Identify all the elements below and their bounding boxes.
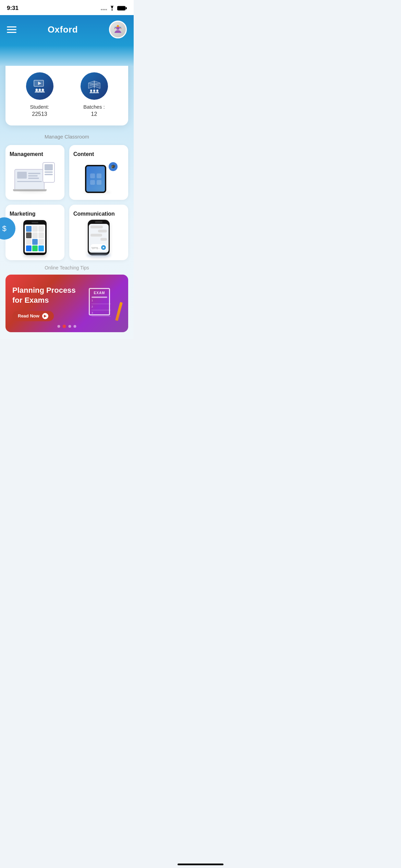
- batches-icon: [86, 77, 103, 95]
- communication-illustration: typing... ▶: [73, 220, 124, 255]
- student-icon: [31, 77, 48, 95]
- svg-point-0: [101, 9, 102, 10]
- svg-point-3: [106, 9, 107, 10]
- communication-title: Communication: [73, 211, 115, 217]
- read-now-label: Read Now: [18, 313, 39, 318]
- svg-rect-6: [118, 7, 125, 10]
- content-illustration: 🎓: [73, 160, 124, 195]
- manage-grid-row-1: Management: [5, 145, 128, 200]
- carousel-banner: Planning Process for Exams Read Now ▶ EX…: [5, 275, 128, 332]
- communication-card[interactable]: Communication typing... ▶: [69, 205, 128, 260]
- batches-icon-circle: [81, 72, 108, 100]
- management-title: Management: [10, 151, 43, 157]
- status-bar: 9:31: [0, 0, 134, 15]
- carousel-dot-4[interactable]: [74, 325, 76, 328]
- banner-title: Planning Process for Exams: [12, 286, 84, 305]
- battery-icon: [117, 6, 127, 11]
- batches-stat[interactable]: Batches : 12: [81, 72, 108, 117]
- carousel-dot-2[interactable]: [63, 325, 66, 328]
- exam-text: EXAM: [92, 291, 107, 295]
- marketing-title: Marketing: [10, 211, 36, 217]
- management-card[interactable]: Management: [5, 145, 64, 200]
- content-card[interactable]: Content: [69, 145, 128, 200]
- carousel-dot-1[interactable]: [58, 325, 60, 328]
- hamburger-menu[interactable]: [7, 26, 16, 33]
- svg-point-2: [104, 9, 106, 10]
- main-content: My Classroom: [0, 49, 134, 339]
- batches-label: Batches :: [83, 104, 105, 110]
- management-illustration: [10, 160, 60, 195]
- batches-value: 12: [91, 111, 97, 117]
- svg-point-4: [112, 10, 113, 11]
- status-icons: [101, 6, 127, 11]
- marketing-illustration: [10, 220, 60, 255]
- banner-left: Planning Process for Exams Read Now ▶: [12, 286, 84, 321]
- status-time: 9:31: [7, 5, 19, 12]
- svg-rect-7: [126, 7, 127, 9]
- svg-point-12: [114, 27, 116, 28]
- manage-classroom-label: Manage Classroom: [5, 134, 128, 140]
- avatar[interactable]: [109, 21, 127, 38]
- wifi-icon: [109, 6, 115, 11]
- svg-point-1: [102, 9, 104, 10]
- avatar-image: [112, 24, 123, 35]
- read-now-arrow-icon: ▶: [42, 313, 48, 319]
- student-value: 22513: [32, 111, 47, 117]
- content-title: Content: [73, 151, 94, 157]
- app-title: Oxford: [48, 24, 78, 35]
- student-icon-circle: [26, 72, 53, 100]
- student-label: Student:: [30, 104, 49, 110]
- app-header: Oxford: [0, 15, 134, 66]
- manage-grid-row-2: Marketing: [5, 205, 128, 260]
- teaching-tips-label: Online Teaching Tips: [5, 265, 128, 270]
- svg-point-13: [120, 27, 121, 28]
- banner-exam-illustration: EXAM 1 ——————— 2 ——————— 3 ———————: [84, 283, 121, 324]
- carousel-dot-3[interactable]: [69, 325, 71, 328]
- student-stat[interactable]: Student: 22513: [26, 72, 53, 117]
- classroom-stats: Student: 22513: [12, 72, 121, 117]
- svg-point-9: [117, 25, 119, 27]
- read-now-button[interactable]: Read Now ▶: [12, 311, 54, 321]
- signal-dots-icon: [101, 6, 107, 10]
